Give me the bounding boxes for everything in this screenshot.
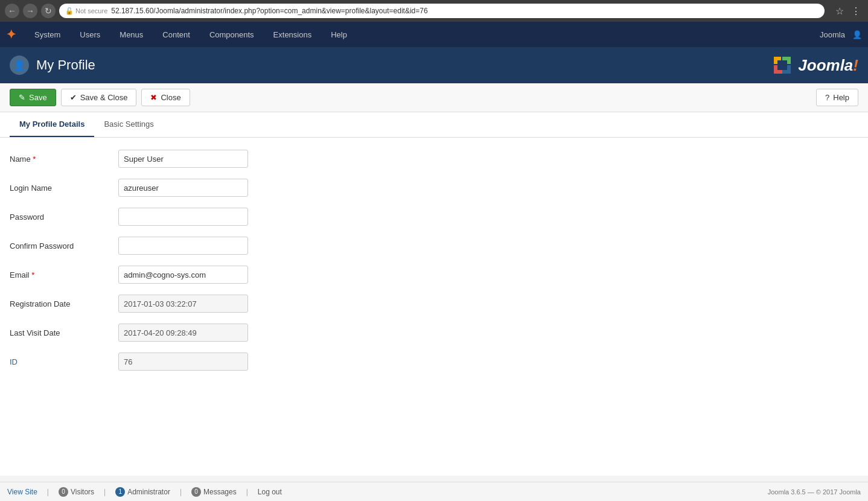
nav-item-system[interactable]: System — [31, 28, 64, 42]
nav-item-users[interactable]: Users — [76, 28, 104, 42]
url-text: 52.187.15.60/Joomla/administrator/index.… — [111, 7, 427, 15]
help-button[interactable]: ? Help — [816, 89, 858, 106]
input-last-visit-date — [118, 324, 248, 342]
name-required: * — [33, 155, 36, 164]
save-label: Save — [29, 93, 47, 102]
email-required: * — [31, 270, 34, 279]
browser-chrome: ← → ↻ 🔓 Not secure 52.187.15.60/Joomla/a… — [0, 0, 868, 22]
address-bar[interactable]: 🔓 Not secure 52.187.15.60/Joomla/adminis… — [59, 4, 825, 18]
tabs-bar: My Profile Details Basic Settings — [0, 112, 868, 138]
nav-item-components[interactable]: Components — [206, 28, 258, 42]
input-id — [118, 353, 248, 371]
label-login-name: Login Name — [10, 183, 118, 193]
label-registration-date: Registration Date — [10, 299, 118, 308]
form-group-id: ID — [10, 353, 858, 371]
save-icon: ✎ — [19, 93, 25, 102]
input-email[interactable] — [118, 266, 248, 284]
header-user-icon: 👤 — [10, 56, 29, 75]
page-title: My Profile — [36, 57, 95, 73]
label-name: Name * — [10, 155, 118, 164]
save-close-label: Save & Close — [80, 93, 128, 102]
form-group-login-name: Login Name — [10, 179, 858, 197]
help-icon: ? — [825, 93, 829, 102]
label-id[interactable]: ID — [10, 357, 118, 366]
browser-actions: ☆ ⋮ — [833, 5, 863, 17]
label-last-visit-date: Last Visit Date — [10, 328, 118, 337]
input-login-name[interactable] — [118, 179, 248, 197]
form-group-confirm-password: Confirm Password — [10, 237, 858, 255]
forward-button[interactable]: → — [23, 4, 37, 18]
form-group-name: Name * — [10, 150, 858, 168]
menu-button[interactable]: ⋮ — [849, 5, 863, 17]
form-group-password: Password — [10, 208, 858, 226]
header-bar: 👤 My Profile Joomla! — [0, 47, 868, 83]
nav-item-content[interactable]: Content — [159, 28, 194, 42]
refresh-button[interactable]: ↻ — [41, 4, 56, 18]
user-icon[interactable]: 👤 — [852, 30, 862, 39]
joomla-brand-icon: ✦ — [6, 27, 16, 42]
joomla-logo: Joomla! — [769, 52, 858, 78]
form-group-registration-date: Registration Date — [10, 295, 858, 313]
security-indicator: 🔓 Not secure — [65, 7, 107, 15]
save-close-icon: ✔ — [70, 93, 77, 102]
input-password[interactable] — [118, 208, 248, 226]
form-group-email: Email * — [10, 266, 858, 284]
joomla-link[interactable]: Joomla — [820, 30, 845, 39]
input-confirm-password[interactable] — [118, 237, 248, 255]
input-registration-date — [118, 295, 248, 313]
header-left: 👤 My Profile — [10, 56, 95, 75]
nav-right: Joomla 👤 — [820, 30, 862, 39]
nav-item-help[interactable]: Help — [327, 28, 351, 42]
form-group-last-visit-date: Last Visit Date — [10, 324, 858, 342]
back-button[interactable]: ← — [5, 4, 19, 18]
toolbar: ✎ Save ✔ Save & Close ✖ Close ? Help — [0, 83, 868, 112]
save-button[interactable]: ✎ Save — [10, 89, 56, 106]
joomla-logo-svg — [769, 52, 796, 78]
close-label: Close — [161, 93, 180, 102]
save-close-button[interactable]: ✔ Save & Close — [61, 89, 137, 106]
input-name[interactable] — [118, 150, 248, 168]
joomla-logo-text: Joomla! — [798, 56, 858, 75]
tab-basic-settings[interactable]: Basic Settings — [94, 112, 163, 137]
main-content: Name * Login Name Password Confirm Passw… — [0, 138, 868, 476]
close-icon: ✖ — [150, 93, 157, 102]
tab-my-profile-details[interactable]: My Profile Details — [10, 112, 94, 137]
nav-item-menus[interactable]: Menus — [116, 28, 147, 42]
help-label: Help — [833, 93, 849, 102]
label-password: Password — [10, 212, 118, 222]
close-button[interactable]: ✖ Close — [141, 89, 190, 106]
label-email: Email * — [10, 270, 118, 279]
top-navigation: ✦ System Users Menus Content Components … — [0, 22, 868, 47]
nav-item-extensions[interactable]: Extensions — [270, 28, 316, 42]
label-confirm-password: Confirm Password — [10, 241, 118, 250]
bookmark-button[interactable]: ☆ — [833, 5, 846, 17]
